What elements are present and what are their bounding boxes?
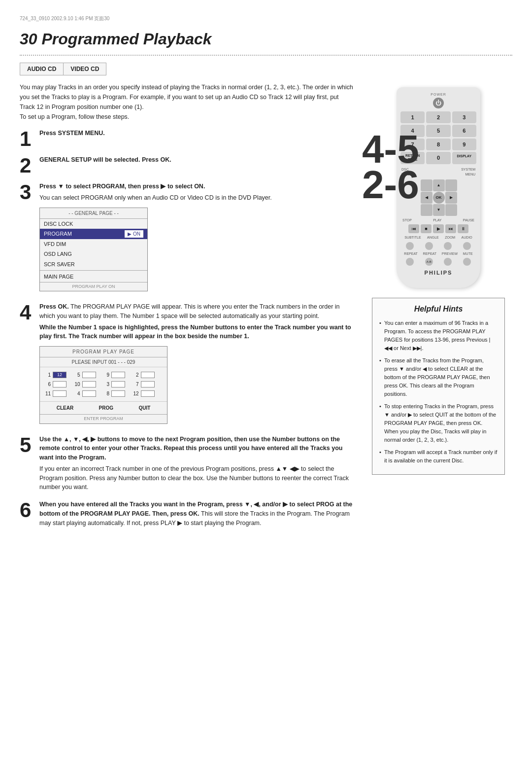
prog-clear-btn[interactable]: CLEAR bbox=[57, 404, 73, 412]
numpad-display[interactable]: DISPLAY bbox=[452, 152, 476, 164]
prog-pos-9: 9 bbox=[103, 371, 109, 379]
prog-track-5 bbox=[82, 372, 96, 378]
prog-cell-5: 5 bbox=[74, 370, 104, 380]
ok-button[interactable]: OK bbox=[433, 192, 445, 204]
prog-pos-2: 2 bbox=[133, 371, 139, 379]
prog-track-10 bbox=[82, 381, 96, 387]
step-5-extra: If you enter an incorrect Track number i… bbox=[39, 464, 355, 492]
blank-tr bbox=[445, 179, 457, 191]
prog-cell-8: 8 bbox=[103, 389, 133, 398]
prog-pos-11: 11 bbox=[45, 390, 51, 397]
power-label: POWER bbox=[400, 92, 476, 98]
philips-logo: PHILIPS bbox=[400, 269, 476, 277]
prog-track-12 bbox=[141, 390, 155, 397]
angle-button[interactable] bbox=[425, 242, 433, 250]
ab-button[interactable]: A-B bbox=[425, 258, 433, 266]
numpad-9[interactable]: 9 bbox=[452, 139, 476, 151]
prog-track-4 bbox=[82, 390, 96, 397]
prog-prog-btn[interactable]: PROG bbox=[99, 404, 113, 412]
prog-quit-btn[interactable]: QUIT bbox=[138, 404, 150, 412]
subtitle-button[interactable] bbox=[406, 242, 414, 250]
down-button[interactable]: ▼ bbox=[433, 204, 445, 216]
prog-pos-8: 8 bbox=[103, 390, 109, 397]
prog-pos-10: 10 bbox=[74, 381, 80, 388]
right-column: 4-5 2-6 POWER ⏻ 1 2 3 4 5 6 7 8 bbox=[365, 82, 512, 535]
repeat2-label: REPEAT bbox=[423, 251, 437, 257]
step-5-text: Use the ▲, ▼, ◀, ▶ buttons to move to th… bbox=[39, 435, 355, 462]
repeat-button[interactable] bbox=[406, 258, 414, 266]
prog-track-9 bbox=[111, 372, 125, 378]
tab-video-cd[interactable]: VIDEO CD bbox=[64, 63, 106, 75]
zoom-button[interactable] bbox=[444, 242, 452, 250]
repeat-label: REPEAT bbox=[404, 251, 418, 257]
prog-track-7 bbox=[141, 381, 155, 387]
blank-bl bbox=[421, 204, 432, 216]
preview-label: PREVIEW bbox=[442, 251, 458, 257]
mute-button[interactable] bbox=[463, 258, 471, 266]
hint-item-3: To stop entering Tracks in the Program, … bbox=[379, 402, 498, 444]
prog-cell-12: 12 bbox=[133, 389, 163, 398]
numpad-1[interactable]: 1 bbox=[400, 111, 425, 124]
prog-cell-3: 3 bbox=[103, 380, 133, 389]
step-3-text: Press ▼ to select PROGRAM, then press ▶ … bbox=[39, 183, 205, 190]
next-button[interactable]: ⏭ bbox=[445, 224, 456, 233]
numpad-2[interactable]: 2 bbox=[426, 111, 450, 124]
header-meta: 724_33_0910 2002.9.10 1:46 PM 页面30 bbox=[20, 15, 512, 22]
prog-buttons-row: CLEAR PROG QUIT bbox=[40, 401, 167, 414]
pause-button[interactable]: ⏸ bbox=[458, 224, 468, 233]
audio-button[interactable] bbox=[463, 242, 471, 250]
play-button[interactable]: ▶ bbox=[433, 224, 444, 233]
menu-main-page-label: MAIN PAGE bbox=[44, 273, 73, 281]
hints-title: Helpful Hints bbox=[379, 303, 498, 315]
preview-button[interactable] bbox=[444, 258, 452, 266]
prog-pos-1: 1 bbox=[45, 371, 51, 379]
subtitle-label: SUBTITLE bbox=[404, 235, 421, 241]
step-4-bold: While the Number 1 space is highlighted,… bbox=[39, 323, 355, 342]
tab-audio-cd[interactable]: AUDIO CD bbox=[20, 63, 64, 75]
stop-button[interactable]: ■ bbox=[421, 224, 432, 233]
menu-osd-lang-label: OSD LANG bbox=[44, 250, 72, 258]
hint-item-4: The Program will accept a Track number o… bbox=[379, 448, 498, 465]
step-3-content: Press ▼ to select PROGRAM, then press ▶ … bbox=[39, 182, 355, 296]
menu-item-vfd-dim: VFD DIM bbox=[40, 239, 147, 249]
tab-bar: AUDIO CD VIDEO CD bbox=[20, 63, 512, 75]
bottom-row-1 bbox=[400, 242, 476, 250]
step-5-number: 5 bbox=[20, 435, 34, 494]
main-layout: You may play Tracks in an order you spec… bbox=[20, 82, 512, 535]
numpad-6[interactable]: 6 bbox=[452, 125, 476, 137]
prog-cell-7: 7 bbox=[133, 380, 163, 389]
numpad-5[interactable]: 5 bbox=[426, 125, 450, 137]
step-2-content: GENERAL SETUP will be selected. Press OK… bbox=[39, 155, 355, 176]
prog-pos-5: 5 bbox=[74, 371, 80, 379]
right-button[interactable]: ▶ bbox=[445, 192, 457, 204]
prog-track-6 bbox=[53, 381, 66, 387]
prog-cell-4: 4 bbox=[74, 389, 104, 398]
hint-item-2: To erase all the Tracks from the Program… bbox=[379, 356, 498, 398]
numpad-0[interactable]: 0 bbox=[426, 152, 450, 164]
bottom-row-2: A-B bbox=[400, 258, 476, 266]
hints-text: You can enter a maximum of 96 Tracks in … bbox=[379, 319, 498, 465]
up-button[interactable]: ▲ bbox=[433, 179, 445, 191]
menu-program-label: PROGRAM bbox=[44, 230, 72, 238]
numpad-3[interactable]: 3 bbox=[452, 111, 476, 124]
step-3-number: 3 bbox=[20, 182, 34, 296]
prog-track-1: 12 bbox=[53, 372, 66, 378]
step-3: 3 Press ▼ to select PROGRAM, then press … bbox=[20, 182, 355, 296]
prev-button[interactable]: ⏮ bbox=[408, 224, 419, 233]
left-button[interactable]: ◀ bbox=[421, 192, 432, 204]
prog-pos-6: 6 bbox=[45, 381, 51, 388]
menu-vfd-dim-label: VFD DIM bbox=[44, 240, 66, 248]
power-button[interactable]: ⏻ bbox=[433, 98, 444, 108]
audio-label: AUDIO bbox=[462, 235, 472, 241]
prog-pos-12: 12 bbox=[133, 390, 139, 397]
menu-disc-lock-label: DISC LOCK bbox=[44, 220, 73, 228]
prog-cell-10: 10 bbox=[74, 380, 104, 389]
step-6-content: When you have entered all the Tracks you… bbox=[39, 500, 355, 529]
menu-footer: PROGRAM PLAY ON bbox=[40, 282, 147, 291]
play-label: PLAY bbox=[433, 218, 441, 223]
step-1-content: Press SYSTEM MENU. bbox=[39, 129, 355, 149]
system-label: SYSTEMMENU bbox=[461, 167, 475, 177]
numpad-8[interactable]: 8 bbox=[426, 139, 450, 151]
prog-track-8 bbox=[111, 390, 125, 397]
step-3-extra: You can select PROGRAM only when an Audi… bbox=[39, 193, 355, 203]
